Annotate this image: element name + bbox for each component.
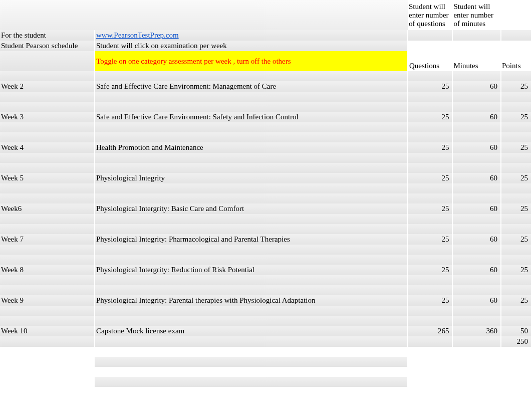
blank-cell (95, 367, 408, 377)
toggle-note: Toggle on one category assessment per we… (95, 51, 408, 71)
topic-cell: Physiological Integrity: Pharmacological… (95, 234, 408, 245)
blank-cell (452, 122, 501, 132)
table-row: Week 5Physiological Integrity256025 (0, 173, 531, 183)
blank-cell (501, 0, 531, 30)
blank-cell (452, 153, 501, 163)
pearson-url[interactable]: www.PearsonTestPrep.com (95, 30, 408, 41)
table-row: Week 2Safe and Effective Care Environmen… (0, 81, 531, 92)
blank-cell (95, 224, 408, 234)
questions-cell: 25 (408, 142, 452, 153)
week-label: Week 9 (0, 295, 95, 306)
blank-cell (408, 377, 452, 387)
blank-cell (452, 132, 501, 142)
questions-cell: 25 (408, 112, 452, 122)
minutes-cell: 60 (452, 173, 501, 183)
blank-cell (501, 377, 531, 387)
blank-cell (408, 153, 452, 163)
blank-cell (408, 224, 452, 234)
points-cell: 25 (501, 203, 531, 214)
blank-cell (408, 306, 452, 316)
blank-cell (408, 316, 452, 326)
topic-cell: Safe and Effective Care Environment: Man… (95, 81, 408, 92)
blank-cell (0, 51, 95, 71)
blank-cell (452, 224, 501, 234)
blank-cell (0, 316, 95, 326)
week-label: Week 4 (0, 142, 95, 153)
blank-cell (0, 92, 95, 102)
blank-cell (95, 316, 408, 326)
points-header: Points (501, 51, 531, 71)
blank-cell (501, 92, 531, 102)
col-header-questions: Student will enter number of questions (408, 0, 452, 30)
blank-cell (0, 306, 95, 316)
blank-cell (452, 102, 501, 112)
blank-cell (0, 183, 95, 193)
questions-header: Questions (408, 51, 452, 71)
blank-cell (95, 285, 408, 295)
blank-cell (95, 255, 408, 265)
blank-cell (452, 357, 501, 367)
minutes-cell: 60 (452, 265, 501, 275)
blank-cell (95, 92, 408, 102)
week-label: Week6 (0, 203, 95, 214)
blank-cell (0, 193, 95, 203)
blank-cell (501, 132, 531, 142)
table-row: Week 3Safe and Effective Care Environmen… (0, 112, 531, 122)
points-cell: 50 (501, 326, 531, 336)
blank-cell (501, 306, 531, 316)
blank-cell (95, 214, 408, 224)
blank-cell (452, 367, 501, 377)
blank-cell (408, 285, 452, 295)
topic-cell: Health Promotion and Maintenance (95, 142, 408, 153)
blank-cell (95, 275, 408, 285)
blank-cell (408, 92, 452, 102)
points-cell: 25 (501, 81, 531, 92)
blank-cell (0, 0, 95, 30)
blank-cell (452, 92, 501, 102)
blank-cell (452, 193, 501, 203)
blank-cell (408, 30, 452, 41)
blank-cell (95, 102, 408, 112)
schedule-table: Student will enter number of questions S… (0, 0, 532, 387)
blank-cell (0, 163, 95, 173)
total-points: 250 (501, 336, 531, 347)
blank-cell (95, 245, 408, 255)
blank-cell (0, 336, 95, 347)
questions-cell: 25 (408, 81, 452, 92)
blank-cell (501, 285, 531, 295)
table-row: Week 7Physiological Integrity: Pharmacol… (0, 234, 531, 245)
blank-cell (408, 183, 452, 193)
blank-cell (0, 275, 95, 285)
blank-cell (452, 347, 501, 357)
points-cell: 25 (501, 295, 531, 306)
week-label: Week 2 (0, 81, 95, 92)
questions-cell: 25 (408, 295, 452, 306)
minutes-cell: 60 (452, 112, 501, 122)
week-label: Week 8 (0, 265, 95, 275)
blank-cell (95, 122, 408, 132)
blank-cell (501, 255, 531, 265)
blank-cell (501, 183, 531, 193)
blank-cell (501, 347, 531, 357)
schedule-label: Student Pearson schedule (0, 41, 95, 51)
blank-cell (408, 102, 452, 112)
blank-cell (501, 367, 531, 377)
week-label: Week 7 (0, 234, 95, 245)
blank-cell (452, 336, 501, 347)
col-header-minutes: Student will enter number of minutes (452, 0, 501, 30)
blank-cell (95, 153, 408, 163)
table-row: Week 9Physiological Integrity: Parental … (0, 295, 531, 306)
topic-cell: Capstone Mock license exam (95, 326, 408, 336)
blank-cell (452, 306, 501, 316)
week-label: Week 10 (0, 326, 95, 336)
blank-cell (501, 193, 531, 203)
minutes-cell: 60 (452, 81, 501, 92)
blank-cell (501, 163, 531, 173)
topic-cell: Physiological Integrity (95, 173, 408, 183)
blank-cell (95, 163, 408, 173)
blank-cell (0, 285, 95, 295)
minutes-cell: 60 (452, 203, 501, 214)
blank-cell (0, 245, 95, 255)
blank-cell (95, 183, 408, 193)
for-student-label: For the student (0, 30, 95, 41)
